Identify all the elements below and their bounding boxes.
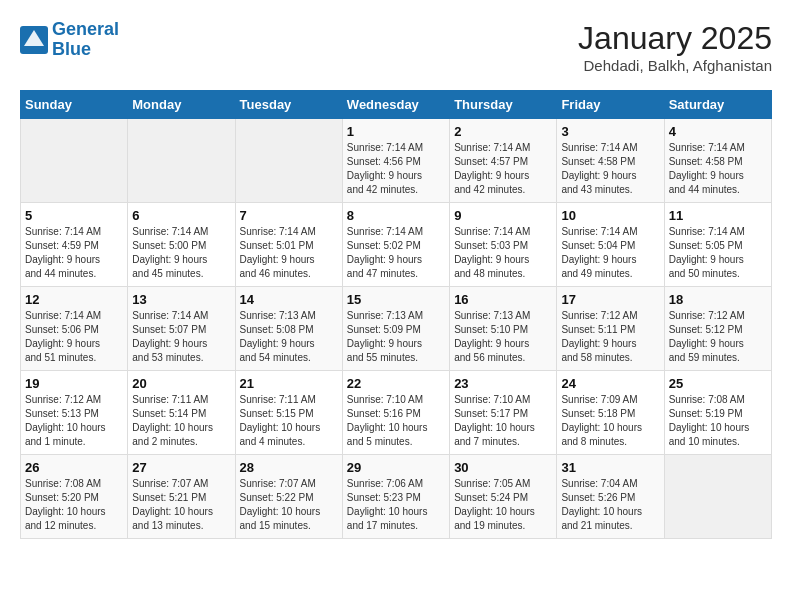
day-cell: 31Sunrise: 7:04 AM Sunset: 5:26 PM Dayli…	[557, 455, 664, 539]
day-cell	[21, 119, 128, 203]
day-number: 12	[25, 292, 123, 307]
day-info: Sunrise: 7:12 AM Sunset: 5:13 PM Dayligh…	[25, 393, 123, 449]
day-info: Sunrise: 7:14 AM Sunset: 5:00 PM Dayligh…	[132, 225, 230, 281]
day-cell: 14Sunrise: 7:13 AM Sunset: 5:08 PM Dayli…	[235, 287, 342, 371]
day-number: 23	[454, 376, 552, 391]
day-number: 1	[347, 124, 445, 139]
day-info: Sunrise: 7:07 AM Sunset: 5:21 PM Dayligh…	[132, 477, 230, 533]
header-cell-saturday: Saturday	[664, 91, 771, 119]
day-number: 25	[669, 376, 767, 391]
logo-text: General Blue	[52, 20, 119, 60]
day-number: 3	[561, 124, 659, 139]
day-info: Sunrise: 7:08 AM Sunset: 5:19 PM Dayligh…	[669, 393, 767, 449]
day-info: Sunrise: 7:14 AM Sunset: 5:01 PM Dayligh…	[240, 225, 338, 281]
header-cell-wednesday: Wednesday	[342, 91, 449, 119]
day-cell: 25Sunrise: 7:08 AM Sunset: 5:19 PM Dayli…	[664, 371, 771, 455]
week-row-5: 26Sunrise: 7:08 AM Sunset: 5:20 PM Dayli…	[21, 455, 772, 539]
day-info: Sunrise: 7:09 AM Sunset: 5:18 PM Dayligh…	[561, 393, 659, 449]
day-cell: 26Sunrise: 7:08 AM Sunset: 5:20 PM Dayli…	[21, 455, 128, 539]
week-row-2: 5Sunrise: 7:14 AM Sunset: 4:59 PM Daylig…	[21, 203, 772, 287]
day-number: 13	[132, 292, 230, 307]
day-info: Sunrise: 7:14 AM Sunset: 5:03 PM Dayligh…	[454, 225, 552, 281]
day-cell: 16Sunrise: 7:13 AM Sunset: 5:10 PM Dayli…	[450, 287, 557, 371]
day-info: Sunrise: 7:10 AM Sunset: 5:17 PM Dayligh…	[454, 393, 552, 449]
day-cell: 20Sunrise: 7:11 AM Sunset: 5:14 PM Dayli…	[128, 371, 235, 455]
day-info: Sunrise: 7:14 AM Sunset: 4:56 PM Dayligh…	[347, 141, 445, 197]
day-cell: 24Sunrise: 7:09 AM Sunset: 5:18 PM Dayli…	[557, 371, 664, 455]
day-cell: 15Sunrise: 7:13 AM Sunset: 5:09 PM Dayli…	[342, 287, 449, 371]
header-row: SundayMondayTuesdayWednesdayThursdayFrid…	[21, 91, 772, 119]
day-number: 10	[561, 208, 659, 223]
logo: General Blue	[20, 20, 119, 60]
day-info: Sunrise: 7:06 AM Sunset: 5:23 PM Dayligh…	[347, 477, 445, 533]
day-cell: 23Sunrise: 7:10 AM Sunset: 5:17 PM Dayli…	[450, 371, 557, 455]
day-info: Sunrise: 7:05 AM Sunset: 5:24 PM Dayligh…	[454, 477, 552, 533]
day-cell: 8Sunrise: 7:14 AM Sunset: 5:02 PM Daylig…	[342, 203, 449, 287]
calendar-table: SundayMondayTuesdayWednesdayThursdayFrid…	[20, 90, 772, 539]
day-cell: 13Sunrise: 7:14 AM Sunset: 5:07 PM Dayli…	[128, 287, 235, 371]
day-number: 2	[454, 124, 552, 139]
day-number: 4	[669, 124, 767, 139]
day-number: 6	[132, 208, 230, 223]
week-row-3: 12Sunrise: 7:14 AM Sunset: 5:06 PM Dayli…	[21, 287, 772, 371]
day-info: Sunrise: 7:14 AM Sunset: 4:57 PM Dayligh…	[454, 141, 552, 197]
day-info: Sunrise: 7:14 AM Sunset: 5:05 PM Dayligh…	[669, 225, 767, 281]
calendar-title: January 2025	[578, 20, 772, 57]
day-cell	[235, 119, 342, 203]
day-info: Sunrise: 7:14 AM Sunset: 5:06 PM Dayligh…	[25, 309, 123, 365]
day-number: 14	[240, 292, 338, 307]
day-cell: 17Sunrise: 7:12 AM Sunset: 5:11 PM Dayli…	[557, 287, 664, 371]
day-number: 8	[347, 208, 445, 223]
day-info: Sunrise: 7:14 AM Sunset: 4:59 PM Dayligh…	[25, 225, 123, 281]
day-number: 20	[132, 376, 230, 391]
day-info: Sunrise: 7:13 AM Sunset: 5:09 PM Dayligh…	[347, 309, 445, 365]
header-cell-friday: Friday	[557, 91, 664, 119]
day-info: Sunrise: 7:10 AM Sunset: 5:16 PM Dayligh…	[347, 393, 445, 449]
day-cell: 29Sunrise: 7:06 AM Sunset: 5:23 PM Dayli…	[342, 455, 449, 539]
day-info: Sunrise: 7:12 AM Sunset: 5:11 PM Dayligh…	[561, 309, 659, 365]
day-number: 28	[240, 460, 338, 475]
day-info: Sunrise: 7:13 AM Sunset: 5:08 PM Dayligh…	[240, 309, 338, 365]
day-number: 24	[561, 376, 659, 391]
day-number: 18	[669, 292, 767, 307]
day-info: Sunrise: 7:13 AM Sunset: 5:10 PM Dayligh…	[454, 309, 552, 365]
logo-line1: General	[52, 19, 119, 39]
day-cell: 10Sunrise: 7:14 AM Sunset: 5:04 PM Dayli…	[557, 203, 664, 287]
day-number: 7	[240, 208, 338, 223]
day-cell: 9Sunrise: 7:14 AM Sunset: 5:03 PM Daylig…	[450, 203, 557, 287]
page-header: General Blue January 2025 Dehdadi, Balkh…	[20, 20, 772, 74]
week-row-4: 19Sunrise: 7:12 AM Sunset: 5:13 PM Dayli…	[21, 371, 772, 455]
day-cell: 6Sunrise: 7:14 AM Sunset: 5:00 PM Daylig…	[128, 203, 235, 287]
header-cell-thursday: Thursday	[450, 91, 557, 119]
day-info: Sunrise: 7:11 AM Sunset: 5:15 PM Dayligh…	[240, 393, 338, 449]
header-cell-sunday: Sunday	[21, 91, 128, 119]
day-number: 26	[25, 460, 123, 475]
day-cell: 22Sunrise: 7:10 AM Sunset: 5:16 PM Dayli…	[342, 371, 449, 455]
day-cell	[128, 119, 235, 203]
logo-icon	[20, 26, 48, 54]
day-info: Sunrise: 7:14 AM Sunset: 4:58 PM Dayligh…	[669, 141, 767, 197]
day-number: 27	[132, 460, 230, 475]
day-number: 15	[347, 292, 445, 307]
day-info: Sunrise: 7:07 AM Sunset: 5:22 PM Dayligh…	[240, 477, 338, 533]
day-number: 16	[454, 292, 552, 307]
calendar-subtitle: Dehdadi, Balkh, Afghanistan	[578, 57, 772, 74]
day-number: 31	[561, 460, 659, 475]
day-cell: 27Sunrise: 7:07 AM Sunset: 5:21 PM Dayli…	[128, 455, 235, 539]
day-cell: 30Sunrise: 7:05 AM Sunset: 5:24 PM Dayli…	[450, 455, 557, 539]
day-cell: 19Sunrise: 7:12 AM Sunset: 5:13 PM Dayli…	[21, 371, 128, 455]
day-cell: 28Sunrise: 7:07 AM Sunset: 5:22 PM Dayli…	[235, 455, 342, 539]
header-cell-monday: Monday	[128, 91, 235, 119]
day-info: Sunrise: 7:08 AM Sunset: 5:20 PM Dayligh…	[25, 477, 123, 533]
day-cell	[664, 455, 771, 539]
day-number: 9	[454, 208, 552, 223]
day-cell: 4Sunrise: 7:14 AM Sunset: 4:58 PM Daylig…	[664, 119, 771, 203]
header-cell-tuesday: Tuesday	[235, 91, 342, 119]
title-block: January 2025 Dehdadi, Balkh, Afghanistan	[578, 20, 772, 74]
day-number: 11	[669, 208, 767, 223]
day-cell: 5Sunrise: 7:14 AM Sunset: 4:59 PM Daylig…	[21, 203, 128, 287]
day-cell: 2Sunrise: 7:14 AM Sunset: 4:57 PM Daylig…	[450, 119, 557, 203]
day-cell: 1Sunrise: 7:14 AM Sunset: 4:56 PM Daylig…	[342, 119, 449, 203]
day-number: 21	[240, 376, 338, 391]
day-cell: 7Sunrise: 7:14 AM Sunset: 5:01 PM Daylig…	[235, 203, 342, 287]
